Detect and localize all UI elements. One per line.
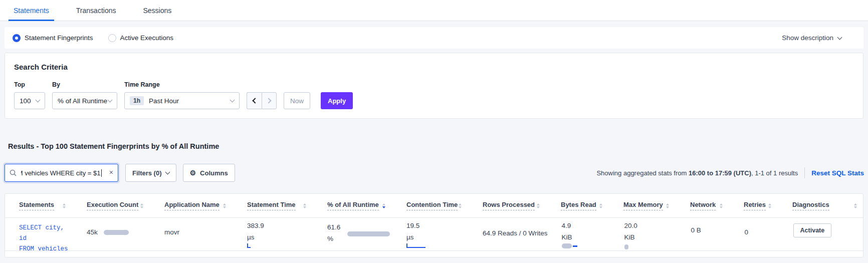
cell-max-memory: 20.0 KiB bbox=[610, 218, 677, 251]
sort-icon[interactable] bbox=[63, 203, 66, 208]
time-range-badge: 1h bbox=[130, 96, 144, 105]
show-description-toggle[interactable]: Show description bbox=[782, 34, 855, 42]
activate-diagnostics-button[interactable]: Activate bbox=[793, 223, 832, 237]
previous-time-range-button[interactable] bbox=[247, 92, 262, 109]
search-input-value-wrap: y, id FROM vehicles WHERE city = $1 bbox=[21, 164, 102, 181]
search-criteria-panel: Search Criteria Top 100 By % of All Runt… bbox=[5, 53, 863, 119]
tab-sessions[interactable]: Sessions bbox=[141, 0, 173, 21]
search-input-value: y, id FROM vehicles WHERE city = $1 bbox=[21, 169, 101, 177]
max-memory-unit: KiB bbox=[624, 234, 677, 241]
chevron-left-icon bbox=[252, 98, 258, 103]
statement-line-2: FROM vehicles bbox=[19, 244, 73, 254]
sort-icon[interactable] bbox=[666, 203, 669, 208]
radio-selected-icon[interactable] bbox=[13, 34, 21, 42]
results-heading: Results - Top 100 Statement Fingerprints… bbox=[8, 142, 868, 151]
time-range-field: Time Range 1h Past Hour bbox=[124, 81, 240, 109]
sort-icon[interactable] bbox=[720, 203, 723, 208]
radio-statement-fingerprints[interactable]: Statement Fingerprints bbox=[13, 34, 93, 42]
column-header-network[interactable]: Network bbox=[676, 201, 730, 210]
next-time-range-button[interactable] bbox=[262, 92, 277, 109]
table-row: SELECT city, id FROM vehicles 45k movr 3… bbox=[5, 218, 863, 251]
contention-time-value: 19.5 bbox=[406, 221, 469, 230]
sort-icon[interactable] bbox=[768, 203, 771, 208]
show-description-label: Show description bbox=[782, 34, 833, 42]
statement-time-unit: µs bbox=[247, 234, 313, 241]
contention-time-unit: µs bbox=[406, 234, 469, 241]
statements-table: Statements Execution Count Application N… bbox=[5, 193, 863, 257]
by-label: By bbox=[52, 81, 117, 88]
radio-active-executions[interactable]: Active Executions bbox=[108, 34, 174, 42]
sort-icon[interactable] bbox=[223, 203, 226, 208]
statement-line-1: SELECT city, id bbox=[19, 223, 73, 244]
statement-link[interactable]: SELECT city, id FROM vehicles bbox=[19, 223, 73, 254]
cell-application-name: movr bbox=[150, 218, 233, 236]
results-toolbar: y, id FROM vehicles WHERE city = $1 × Fi… bbox=[5, 163, 864, 182]
bytes-read-value: 4.9 bbox=[562, 221, 610, 230]
sort-icon[interactable] bbox=[537, 203, 540, 208]
clear-search-icon[interactable]: × bbox=[108, 168, 113, 176]
sort-icon[interactable] bbox=[459, 203, 462, 208]
column-header-execution-count[interactable]: Execution Count bbox=[73, 201, 150, 210]
filters-button[interactable]: Filters (0) bbox=[125, 164, 176, 182]
column-header-statement-time[interactable]: Statement Time bbox=[233, 201, 313, 210]
table-header-row: Statements Execution Count Application N… bbox=[5, 194, 863, 218]
application-name-value: movr bbox=[164, 228, 179, 236]
column-header-rows-processed[interactable]: Rows Processed bbox=[469, 201, 547, 210]
statement-search-input[interactable]: y, id FROM vehicles WHERE city = $1 × bbox=[5, 164, 118, 182]
reset-sql-stats-link[interactable]: Reset SQL Stats bbox=[811, 169, 864, 177]
radio-statement-fingerprints-label: Statement Fingerprints bbox=[25, 34, 93, 42]
cell-statement-time: 383.9 µs bbox=[233, 218, 313, 248]
columns-button[interactable]: ⚙ Columns bbox=[183, 164, 235, 182]
aggregated-stats-text: Showing aggregated stats from 16:00 to 1… bbox=[596, 169, 798, 177]
time-range-value: Past Hour bbox=[149, 97, 179, 105]
column-header-label: Rows Processed bbox=[483, 201, 535, 210]
sort-icon[interactable] bbox=[303, 203, 306, 208]
column-header-bytes-read[interactable]: Bytes Read bbox=[547, 201, 609, 210]
column-header-label: Diagnostics bbox=[792, 201, 829, 210]
top-label: Top bbox=[14, 81, 45, 88]
stats-suffix: , 1-1 of 1 results bbox=[751, 169, 798, 177]
sort-icon[interactable] bbox=[140, 203, 143, 208]
by-field: By % of All Runtime bbox=[52, 81, 117, 109]
radio-active-executions-label: Active Executions bbox=[120, 34, 174, 42]
column-header-label: Statements bbox=[19, 201, 54, 210]
apply-button[interactable]: Apply bbox=[321, 92, 353, 109]
top-tab-bar: Statements Transactions Sessions bbox=[0, 0, 868, 21]
retries-value: 0 bbox=[745, 228, 749, 236]
chevron-down-icon bbox=[165, 170, 170, 175]
runtime-pct-value: 61.6 bbox=[327, 223, 340, 232]
stats-prefix: Showing aggregated stats from bbox=[596, 169, 689, 177]
column-header-max-memory[interactable]: Max Memory bbox=[609, 201, 676, 210]
top-select[interactable]: 100 bbox=[14, 92, 45, 109]
cell-retries: 0 bbox=[731, 218, 779, 236]
column-header-retries[interactable]: Retries bbox=[730, 201, 778, 210]
tab-statements[interactable]: Statements bbox=[12, 0, 51, 21]
max-memory-bar bbox=[624, 244, 628, 249]
sort-icon[interactable] bbox=[854, 203, 857, 208]
chevron-down-icon bbox=[230, 98, 235, 103]
statement-time-bar bbox=[247, 243, 251, 248]
column-header-diagnostics[interactable]: Diagnostics bbox=[778, 201, 864, 210]
time-range-pager bbox=[247, 92, 277, 109]
cell-pct-all-runtime: 61.6 % bbox=[313, 218, 392, 245]
sort-icon-active-desc[interactable] bbox=[382, 203, 385, 208]
column-header-statements[interactable]: Statements bbox=[5, 201, 73, 210]
by-select[interactable]: % of All Runtime bbox=[52, 92, 117, 109]
execution-count-bar bbox=[104, 230, 129, 235]
bytes-read-unit: KiB bbox=[562, 234, 610, 241]
time-range-select[interactable]: 1h Past Hour bbox=[124, 92, 240, 109]
top-field: Top 100 bbox=[14, 81, 45, 109]
stats-time-range: 16:00 to 17:59 (UTC) bbox=[689, 169, 751, 177]
now-button[interactable]: Now bbox=[284, 92, 310, 109]
column-header-label: Network bbox=[690, 201, 716, 210]
column-header-contention-time[interactable]: Contention Time bbox=[392, 201, 469, 210]
tab-transactions[interactable]: Transactions bbox=[74, 0, 118, 21]
filters-button-label: Filters (0) bbox=[132, 169, 162, 177]
runtime-pct-bar bbox=[347, 231, 390, 236]
radio-unselected-icon[interactable] bbox=[108, 34, 116, 42]
column-header-pct-all-runtime[interactable]: % of All Runtime bbox=[313, 201, 392, 210]
cell-network: 0 B bbox=[677, 218, 731, 234]
chevron-down-icon bbox=[108, 98, 113, 103]
column-header-application-name[interactable]: Application Name bbox=[150, 201, 233, 210]
sort-icon[interactable] bbox=[599, 203, 602, 208]
